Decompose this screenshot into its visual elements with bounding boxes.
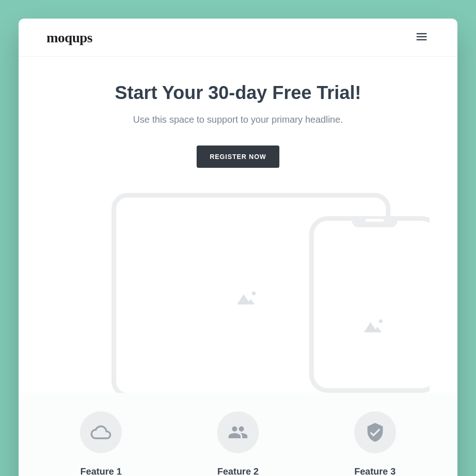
phone-mockup (309, 216, 430, 393)
hero-subheading: Use this space to support to your primar… (46, 114, 430, 125)
svg-marker-3 (237, 294, 255, 304)
feature-title: Feature 3 (320, 466, 430, 476)
svg-marker-5 (364, 322, 382, 332)
register-button[interactable]: REGISTER NOW (197, 145, 279, 168)
people-icon (217, 411, 259, 453)
feature-card: Feature 1 Describe the most important (46, 411, 156, 476)
features-section: Feature 1 Describe the most important Fe… (19, 393, 457, 476)
brand-logo[interactable]: moqups (46, 30, 93, 46)
hero-headline: Start Your 30-day Free Trial! (46, 82, 430, 103)
feature-card: Feature 2 Describe the most important (184, 411, 293, 476)
image-placeholder-icon (364, 318, 387, 334)
feature-card: Feature 3 Describe the most important (320, 411, 430, 476)
shield-check-icon (354, 411, 396, 453)
svg-point-6 (379, 319, 383, 323)
phone-notch (352, 216, 397, 227)
hamburger-icon (416, 31, 428, 43)
device-mockups (46, 193, 430, 393)
svg-point-4 (252, 291, 256, 295)
hamburger-menu-button[interactable] (414, 29, 430, 46)
feature-title: Feature 2 (184, 466, 293, 476)
landing-page: moqups Start Your 30-day Free Trial! Use… (19, 19, 457, 476)
site-header: moqups (19, 19, 457, 57)
cloud-icon (80, 411, 122, 453)
feature-title: Feature 1 (46, 466, 156, 476)
image-placeholder-icon (237, 291, 260, 306)
hero-section: Start Your 30-day Free Trial! Use this s… (19, 57, 457, 393)
